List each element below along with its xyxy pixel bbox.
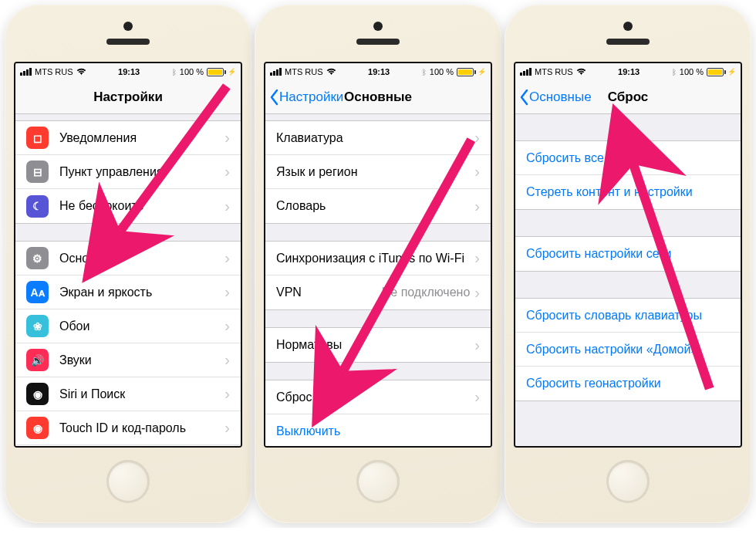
settings-content[interactable]: ◻︎Уведомления›⊟Пункт управления›☾Не бесп…	[15, 114, 241, 446]
home-button[interactable]	[606, 460, 650, 503]
list-item[interactable]: ◻︎Уведомления›	[15, 121, 241, 155]
wifi-icon	[326, 68, 336, 76]
nav-bar: Настройки	[15, 80, 241, 114]
list-item[interactable]: Синхронизация с iTunes по Wi-Fi›	[265, 242, 491, 275]
touch-id-icon: ◉	[26, 417, 49, 439]
back-button[interactable]: Основные	[515, 89, 592, 106]
list-item[interactable]: ⚙︎Основные›	[15, 242, 241, 275]
list-item[interactable]: Нормативы›	[265, 328, 491, 362]
back-label: Настройки	[279, 90, 343, 105]
list-item[interactable]: ☾Не беспокоить›	[15, 189, 241, 223]
general-icon: ⚙︎	[26, 247, 49, 269]
status-time: 19:13	[86, 67, 172, 76]
list-item-label: Сбросить настройки «Домой»	[526, 343, 730, 357]
notifications-icon: ◻︎	[26, 127, 49, 149]
list-item-label: Экран и яркость	[59, 286, 224, 299]
chevron-right-icon: ›	[224, 385, 230, 403]
list-item-label: Сбросить настройки сети	[526, 247, 730, 261]
chevron-right-icon: ›	[474, 198, 480, 215]
display-brightness-icon: Aᴀ	[26, 281, 49, 303]
chevron-right-icon: ›	[224, 283, 230, 301]
list-item-label: Touch ID и код-пароль	[59, 421, 224, 435]
list-item[interactable]: Язык и регион›	[265, 155, 491, 189]
general-content[interactable]: Клавиатура›Язык и регион›Словарь› Синхро…	[265, 114, 491, 446]
list-item[interactable]: Стереть контент и настройки	[515, 175, 741, 209]
wallpaper-icon: ❀	[26, 315, 49, 337]
list-item[interactable]: SOSЭкстренный вызов — SOS›	[15, 445, 241, 446]
chevron-right-icon: ›	[474, 388, 480, 406]
nav-bar: Настройки Основные	[265, 80, 491, 114]
status-bar: MTS RUS 19:13 ᛒ 100 % ⚡	[265, 63, 491, 80]
signal-icon	[270, 68, 282, 76]
list-item-label: Звуки	[59, 353, 224, 367]
list-item-label: Стереть контент и настройки	[526, 185, 730, 199]
list-item[interactable]: ◉Siri и Поиск›	[15, 377, 241, 411]
device-bottom	[255, 448, 501, 523]
device-top	[5, 5, 251, 62]
list-item-detail: Не подключено	[382, 286, 471, 299]
carrier-label: MTS RUS	[35, 67, 73, 76]
wifi-icon	[576, 68, 586, 76]
list-item[interactable]: ❀Обои›	[15, 309, 241, 343]
speaker	[356, 39, 400, 45]
chevron-right-icon: ›	[224, 163, 230, 181]
chevron-right-icon: ›	[474, 284, 480, 302]
list-item-label: Не беспокоить	[59, 199, 224, 213]
status-time: 19:13	[336, 67, 422, 76]
list-item[interactable]: Сбросить настройки «Домой»	[515, 333, 741, 367]
nav-bar: Основные Сброс	[515, 80, 741, 114]
list-item[interactable]: Словарь›	[265, 189, 491, 223]
general-group-3: Нормативы›	[265, 327, 491, 363]
home-button[interactable]	[356, 460, 400, 503]
chevron-right-icon: ›	[224, 129, 230, 147]
list-item[interactable]: 🔊Звуки›	[15, 343, 241, 377]
list-item[interactable]: ◉Touch ID и код-пароль›	[15, 411, 241, 445]
chevron-left-icon	[518, 89, 529, 106]
chevron-right-icon: ›	[224, 249, 230, 267]
speaker	[606, 39, 650, 45]
battery-icon	[707, 68, 726, 76]
carrier-label: MTS RUS	[285, 67, 323, 76]
list-item[interactable]: AᴀЭкран и яркость›	[15, 275, 241, 309]
reset-content[interactable]: Сбросить все настройкиСтереть контент и …	[515, 114, 741, 446]
reset-group-3: Сбросить словарь клавиатурыСбросить наст…	[515, 298, 741, 401]
general-group-2: Синхронизация с iTunes по Wi-Fi›VPNНе по…	[265, 241, 491, 310]
list-item[interactable]: Клавиатура›	[265, 121, 491, 155]
home-button[interactable]	[106, 460, 150, 503]
wifi-icon	[76, 68, 86, 76]
device-1: MTS RUS 19:13 ᛒ 100 % ⚡ Настройки ◻︎Увед…	[5, 5, 251, 523]
list-item[interactable]: Сбросить геонастройки	[515, 367, 741, 400]
list-item[interactable]: Сбросить настройки сети	[515, 237, 741, 271]
list-item[interactable]: Сброс›	[265, 380, 491, 414]
signal-icon	[20, 68, 32, 76]
battery-pct: 100 %	[680, 67, 704, 76]
status-time: 19:13	[586, 67, 672, 76]
chevron-right-icon: ›	[474, 336, 480, 354]
general-group-4: Сброс›Выключить	[265, 380, 491, 446]
chevron-right-icon: ›	[224, 351, 230, 369]
list-item-label: Язык и регион	[276, 165, 474, 179]
battery-icon	[457, 68, 476, 76]
list-item[interactable]: Выключить	[265, 414, 491, 446]
carrier-label: MTS RUS	[535, 67, 573, 76]
battery-icon	[207, 68, 226, 76]
charging-icon: ⚡	[727, 68, 736, 76]
control-center-icon: ⊟	[26, 161, 49, 183]
screen-reset: MTS RUS 19:13 ᛒ 100 % ⚡ Основные Сброс	[514, 62, 742, 448]
list-item[interactable]: ⊟Пункт управления›	[15, 155, 241, 189]
chevron-right-icon: ›	[224, 317, 230, 335]
list-item[interactable]: VPNНе подключено›	[265, 275, 491, 309]
list-item[interactable]: Сбросить словарь клавиатуры	[515, 299, 741, 333]
list-item-label: Уведомления	[59, 131, 224, 145]
list-item-label: Siri и Поиск	[59, 387, 224, 401]
back-button[interactable]: Настройки	[265, 89, 343, 106]
chevron-left-icon	[268, 89, 279, 106]
device-3: MTS RUS 19:13 ᛒ 100 % ⚡ Основные Сброс	[505, 5, 751, 523]
reset-group-1: Сбросить все настройкиСтереть контент и …	[515, 140, 741, 210]
chevron-right-icon: ›	[474, 129, 480, 147]
front-camera	[123, 22, 133, 31]
list-item[interactable]: Сбросить все настройки	[515, 141, 741, 175]
siri-icon: ◉	[26, 383, 49, 405]
list-item-label: Пункт управления	[59, 165, 224, 179]
list-item-label: Выключить	[276, 424, 480, 438]
